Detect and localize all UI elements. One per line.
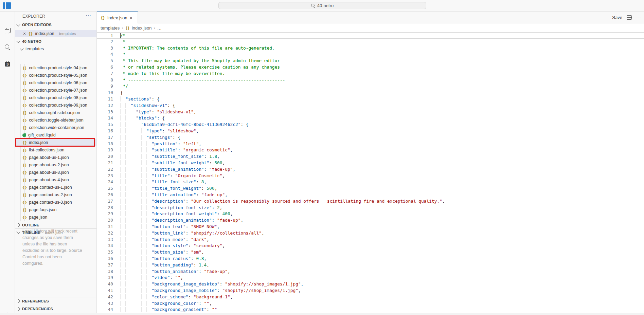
split-editor-icon[interactable] [627, 15, 632, 20]
code-line-20[interactable]: 20 "subtitle_font_size": 1.8, [97, 153, 644, 160]
save-button[interactable]: Save [612, 15, 622, 20]
code-line-16[interactable]: 16 "type": "slideshow", [97, 128, 644, 134]
code-line-12[interactable]: 12 "slideshow-v1": { [97, 103, 644, 109]
code-line-32[interactable]: 32 "button_link": "shopify://collections… [97, 230, 644, 237]
code-line-33[interactable]: 33 "button_mode": "dark", [97, 237, 644, 243]
file-name: collection.product-style-04.json [29, 66, 87, 70]
file-name: collection.product-style-09.json [29, 103, 87, 108]
dependencies-section[interactable]: DEPENDENCIES [15, 305, 97, 312]
tree-item-collection.product-style-05.json[interactable]: {}collection.product-style-05.json [15, 72, 97, 79]
shopify-icon[interactable] [0, 58, 15, 69]
editor-more-actions-icon[interactable]: ··· [636, 15, 642, 20]
code-line-25[interactable]: 25 "title_font_weight": 500, [97, 185, 644, 192]
tab-index-json[interactable]: {} index.json × [97, 12, 138, 23]
code-line-15[interactable]: 15 "61db5fa9-dcf1-46fc-8bdc-4113692462c2… [97, 122, 644, 128]
line-number: 4 [97, 51, 113, 58]
code-line-11[interactable]: 11 "sections": { [97, 96, 644, 103]
open-editor-item-index-json[interactable]: × {} index.json templates [15, 30, 97, 37]
command-center-search[interactable]: 40-netro [218, 2, 426, 9]
tree-item-page.contact-us-3.json[interactable]: {}page.contact-us-3.json [15, 199, 97, 206]
code-line-14[interactable]: 14 "blocks": { [97, 115, 644, 122]
code-line-26[interactable]: 26 "title_animation": "fade-up", [97, 192, 644, 198]
tree-item-collection.product-style-04.json[interactable]: {}collection.product-style-04.json [15, 64, 97, 72]
json-file-icon: {} [28, 32, 33, 36]
outline-section[interactable]: OUTLINE [15, 221, 97, 228]
code-line-13[interactable]: 13 "type": "slideshow-v1", [97, 109, 644, 115]
code-line-10[interactable]: 10{ [97, 90, 644, 96]
code-line-5[interactable]: 5 * This file may be updated by the Shop… [97, 58, 644, 64]
code-line-41[interactable]: 41 "background_image_mobile": "shopify:/… [97, 288, 644, 294]
code-line-18[interactable]: 18 "position": "left", [97, 141, 644, 147]
tree-item-collection.product-style-06.json[interactable]: {}collection.product-style-06.json [15, 79, 97, 87]
tree-item-collection.product-style-07.json[interactable]: {}collection.product-style-07.json [15, 87, 97, 94]
tree-item-page.about-us-4.json[interactable]: {}page.about-us-4.json [15, 176, 97, 184]
tree-item-collection.toggle-sidebar.json[interactable]: {}collection.toggle-sidebar.json [15, 116, 97, 124]
tree-item-list-collections.json[interactable]: {}list-collections.json [15, 146, 97, 154]
code-line-44[interactable]: 44 "background_gradient": "" [97, 307, 644, 313]
code-editor[interactable]: 1/*2 * ---------------------------------… [97, 32, 644, 315]
code-line-22[interactable]: 22 "subtitle_animation": "fade-up", [97, 166, 644, 173]
breadcrumb-file[interactable]: index.json [132, 25, 152, 31]
code-line-3[interactable]: 3 * IMPORTANT: The contents of this file… [97, 45, 644, 52]
line-number: 41 [97, 288, 113, 294]
code-line-36[interactable]: 36 "button_radius": 0.8, [97, 256, 644, 262]
tab-close-icon[interactable]: × [130, 16, 132, 20]
code-line-31[interactable]: 31 "button_text": "SHOP NOW", [97, 224, 644, 230]
breadcrumb-folder[interactable]: templates [101, 25, 120, 31]
code-line-4[interactable]: 4 * [97, 51, 644, 58]
line-content: "button_mode": "dark", [120, 237, 209, 243]
title-bar: 40-netro [0, 0, 644, 12]
code-line-34[interactable]: 34 "button_style": "secondary", [97, 243, 644, 249]
code-line-29[interactable]: 29 "description_font_weight": 400, [97, 211, 644, 217]
code-line-39[interactable]: 39 "video": "", [97, 275, 644, 281]
tree-item-page.faqs.json[interactable]: {}page.faqs.json [15, 206, 97, 214]
tree-item-collection.right-sidebar.json[interactable]: {}collection.right-sidebar.json [15, 109, 97, 116]
tree-item-page.about-us-2.json[interactable]: {}page.about-us-2.json [15, 161, 97, 169]
references-section[interactable]: REFERENCES [15, 297, 97, 304]
workspace-root-40-netro[interactable]: 40-NETRO [15, 38, 97, 45]
code-line-19[interactable]: 19 "subtitle": "organic cosmetic", [97, 147, 644, 153]
code-line-38[interactable]: 38 "button_animation": "fade-up", [97, 268, 644, 275]
tree-item-collection.wide-container.json[interactable]: {}collection.wide-container.json [15, 124, 97, 131]
code-line-37[interactable]: 37 "button_padding": 1.4, [97, 262, 644, 268]
code-line-35[interactable]: 35 "button_size": "sm", [97, 249, 644, 256]
code-line-24[interactable]: 24 "title_font_size": 8, [97, 179, 644, 185]
tree-item-gift_card.liquid[interactable]: gift_card.liquid [15, 131, 97, 139]
tree-item-page.contact-us-1.json[interactable]: {}page.contact-us-1.json [15, 184, 97, 191]
code-line-6[interactable]: 6 * or related systems. Please exercise … [97, 64, 644, 71]
code-line-43[interactable]: 43 "background_color": "", [97, 300, 644, 307]
tree-item-page.contact-us-2.json[interactable]: {}page.contact-us-2.json [15, 191, 97, 199]
close-icon[interactable]: × [23, 31, 26, 36]
tree-item-collection.product-style-09.json[interactable]: {}collection.product-style-09.json [15, 101, 97, 109]
tree-item-page.about-us-1.json[interactable]: {}page.about-us-1.json [15, 154, 97, 161]
search-sidebar-icon[interactable] [0, 42, 15, 53]
tree-item-page.about-us-3.json[interactable]: {}page.about-us-3.json [15, 169, 97, 176]
tree-item-collection.product-style-08.json[interactable]: {}collection.product-style-08.json [15, 94, 97, 101]
code-line-23[interactable]: 23 "title": "Organic Cosmetic", [97, 173, 644, 179]
open-editors-section[interactable]: OPEN EDITORS [15, 21, 97, 29]
code-line-8[interactable]: 8 * ------------------------------------… [97, 77, 644, 84]
explorer-icon[interactable] [0, 25, 15, 36]
code-line-28[interactable]: 28 "description_font_size": 2, [97, 205, 644, 211]
line-content: "description_animation": "fade-up", [120, 217, 243, 224]
code-line-17[interactable]: 17 "settings": { [97, 134, 644, 141]
app-layout-icon[interactable] [3, 2, 12, 10]
file-name: page.json [29, 215, 47, 220]
line-content: "title_font_weight": 500, [120, 185, 217, 192]
code-line-27[interactable]: 27 "description": "Our collection is res… [97, 198, 644, 205]
code-line-42[interactable]: 42 "color_scheme": "background-1", [97, 294, 644, 300]
json-file-icon: {} [125, 26, 130, 30]
breadcrumb-symbol[interactable]: … [157, 25, 162, 31]
explorer-more-actions-icon[interactable]: ··· [86, 12, 91, 18]
tree-item-index.json[interactable]: {}index.json [15, 139, 97, 146]
code-line-21[interactable]: 21 "subtitle_font_weight": 500, [97, 160, 644, 166]
folder-templates[interactable]: templates [15, 45, 97, 53]
code-line-1[interactable]: 1/* [97, 32, 644, 39]
code-line-7[interactable]: 7 * made to this file may be overwritten… [97, 71, 644, 77]
line-number: 44 [97, 307, 113, 313]
code-line-2[interactable]: 2 * ------------------------------------… [97, 39, 644, 45]
code-line-9[interactable]: 9 */ [97, 83, 644, 90]
code-line-30[interactable]: 30 "description_animation": "fade-up", [97, 217, 644, 224]
tree-item-page.json[interactable]: {}page.json [15, 214, 97, 221]
code-line-40[interactable]: 40 "background_image_desktop": "shopify:… [97, 281, 644, 288]
